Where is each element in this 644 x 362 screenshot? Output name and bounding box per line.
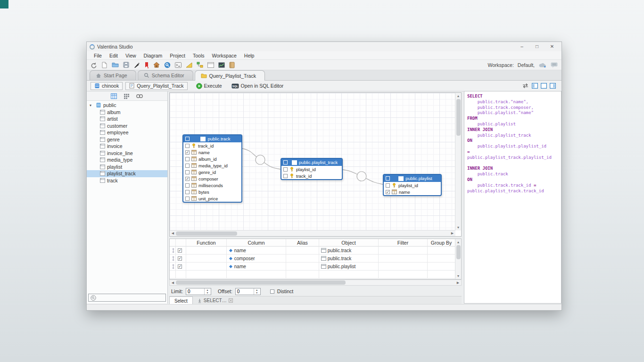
menu-item-diagram[interactable]: Diagram: [140, 52, 166, 59]
field-checkbox[interactable]: [283, 167, 288, 172]
field-checkbox[interactable]: [185, 183, 190, 188]
execute-button[interactable]: Execute: [194, 82, 224, 90]
drag-handle-icon[interactable]: [172, 264, 175, 269]
scroll-left-arrow[interactable]: ◀: [170, 230, 176, 237]
chart-icon[interactable]: [218, 62, 225, 68]
column-cell[interactable]: composer: [227, 255, 286, 263]
filter-cell[interactable]: [379, 255, 428, 263]
save-icon[interactable]: [123, 62, 129, 68]
field-row-bytes[interactable]: bytes: [183, 189, 241, 195]
scroll-down-arrow[interactable]: ▼: [455, 273, 462, 279]
limit-input[interactable]: [186, 288, 204, 295]
field-checkbox[interactable]: ✓: [185, 150, 190, 155]
menu-item-workspace[interactable]: Workspace: [208, 52, 239, 59]
layout-right-icon[interactable]: [550, 83, 556, 89]
chat-icon[interactable]: [551, 62, 558, 68]
distinct-checkbox[interactable]: [270, 289, 274, 294]
diagram-table-public-playlist_track[interactable]: public.playlist_trackplaylist_idtrack_id: [281, 158, 343, 180]
sidebar-item-invoice[interactable]: invoice: [87, 143, 167, 150]
field-row-milliseconds[interactable]: milliseconds: [183, 182, 241, 189]
grid-row[interactable]: ✓ composer public.track: [170, 255, 455, 263]
table-header[interactable]: public.playlist: [384, 175, 441, 182]
diagram-table-public-playlist[interactable]: public.playlistplaylist_id✓name: [383, 174, 442, 196]
limit-down-arrow[interactable]: ▼: [205, 291, 210, 295]
sidebar-item-playlist_track[interactable]: playlist_track: [87, 170, 167, 177]
column-header-filter[interactable]: Filter: [379, 239, 428, 247]
scrollbar-thumb[interactable]: [176, 280, 346, 285]
column-header-group-by[interactable]: Group By: [428, 239, 455, 247]
row-checkbox[interactable]: ✓: [178, 248, 182, 253]
menu-item-edit[interactable]: Edit: [106, 52, 121, 59]
field-row-playlist_id[interactable]: playlist_id: [384, 182, 441, 189]
layout-center-icon[interactable]: [541, 83, 547, 89]
sidebar-item-artist[interactable]: artist: [87, 115, 167, 123]
menu-item-view[interactable]: View: [122, 52, 140, 59]
field-checkbox[interactable]: [185, 197, 190, 201]
group-by-cell[interactable]: [428, 255, 455, 263]
terminal-icon[interactable]: [175, 62, 182, 68]
function-cell[interactable]: [186, 255, 227, 263]
object-cell[interactable]: public.track: [319, 247, 379, 255]
field-row-unit_price[interactable]: unit_price: [183, 195, 241, 202]
close-icon[interactable]: [229, 298, 233, 303]
column-header-column[interactable]: Column: [227, 239, 286, 247]
minimize-button[interactable]: –: [515, 43, 528, 50]
group-by-cell[interactable]: [428, 263, 455, 271]
database-button[interactable]: chinook: [91, 82, 123, 90]
link-icon[interactable]: [136, 94, 143, 99]
row-checkbox-cell[interactable]: ✓: [176, 247, 186, 255]
table-select-checkbox[interactable]: [185, 137, 190, 141]
scrollbar-thumb[interactable]: [456, 245, 461, 259]
table-header[interactable]: public.track: [183, 135, 241, 142]
table-blue-icon[interactable]: [111, 93, 117, 99]
alias-cell[interactable]: [286, 263, 319, 271]
field-checkbox[interactable]: [386, 183, 390, 188]
open-sql-editor-button[interactable]: SQL Open in SQL Editor: [230, 82, 286, 89]
drag-handle-cell[interactable]: [170, 247, 176, 255]
close-button[interactable]: ✕: [545, 43, 559, 50]
table-select-checkbox[interactable]: [283, 160, 288, 165]
alias-cell[interactable]: [286, 247, 319, 255]
filter-cell[interactable]: [379, 263, 428, 271]
field-row-track_id[interactable]: track_id: [281, 173, 342, 179]
search-blue-icon[interactable]: [164, 62, 171, 68]
cloud-icon[interactable]: [538, 62, 547, 68]
scroll-up-arrow[interactable]: ▲: [455, 239, 462, 245]
window-icon[interactable]: [207, 62, 214, 68]
offset-stepper[interactable]: ▲▼: [235, 288, 261, 295]
row-checkbox-cell[interactable]: ✓: [176, 255, 186, 263]
scrollbar-thumb[interactable]: [456, 99, 461, 136]
menu-item-file[interactable]: File: [91, 52, 105, 59]
field-checkbox[interactable]: [185, 157, 190, 161]
canvas-horizontal-scrollbar[interactable]: ◀ ▶: [170, 230, 455, 236]
sidebar-search-box[interactable]: [88, 294, 166, 302]
grid-row[interactable]: ✓ name public.playlist: [170, 263, 455, 271]
field-row-album_id[interactable]: album_id: [183, 156, 241, 162]
title-bar[interactable]: Valentina Studio – □ ✕: [87, 42, 561, 51]
sidebar-item-album[interactable]: album: [87, 109, 167, 116]
tab-query-playlist-track[interactable]: Query_Playlist_Track: [195, 70, 265, 81]
function-cell[interactable]: [186, 247, 227, 255]
object-cell[interactable]: public.playlist: [319, 263, 379, 271]
offset-down-arrow[interactable]: ▼: [254, 291, 260, 295]
sidebar-item-invoice_line[interactable]: invoice_line: [87, 150, 167, 157]
search-input[interactable]: [98, 295, 164, 300]
table-header[interactable]: public.playlist_track: [281, 159, 342, 166]
query-button[interactable]: Query_Playlist_Track: [125, 82, 187, 90]
undo-icon[interactable]: [91, 62, 97, 68]
offset-input[interactable]: [236, 288, 254, 295]
expander-icon[interactable]: ▾: [90, 103, 94, 107]
grid-row[interactable]: ✓ name public.track: [170, 247, 455, 255]
new-file-icon[interactable]: [101, 62, 107, 68]
column-cell[interactable]: name: [227, 263, 286, 271]
scroll-up-arrow[interactable]: ▲: [455, 93, 462, 99]
diagram-canvas[interactable]: public.tracktrack_id✓namealbum_idmedia_t…: [170, 93, 455, 230]
workspace-value[interactable]: Default,: [518, 62, 535, 68]
field-row-name[interactable]: ✓name: [384, 189, 441, 195]
sidebar-item-employee[interactable]: employee: [87, 129, 167, 136]
field-checkbox[interactable]: ✓: [185, 177, 190, 181]
menu-item-tools[interactable]: Tools: [190, 52, 208, 59]
sidebar-item-playlist[interactable]: playlist: [87, 164, 167, 171]
grid-horizontal-scrollbar[interactable]: ◀ ▶: [169, 280, 462, 286]
brush-icon[interactable]: [133, 62, 140, 68]
